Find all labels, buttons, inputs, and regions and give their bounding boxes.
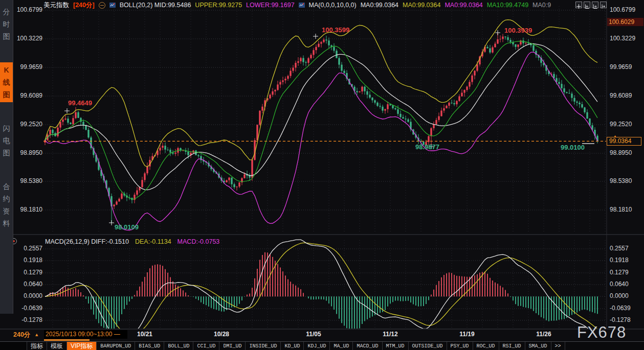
price-axis-right: 100.6799100.322999.965999.608999.252098.… (610, 0, 643, 337)
macd-label-left-0: 0.2557 (14, 245, 42, 252)
price-label-right-1: 100.3229 (610, 35, 635, 42)
toolbar-spacer (0, 342, 27, 350)
indicator-chart-icon[interactable] (109, 2, 116, 8)
toolbar-item-macd_ud[interactable]: MACD_UD (353, 342, 382, 350)
high-price-badge: 100.6029 (607, 18, 643, 26)
toolbar-item-outside_ud[interactable]: OUTSIDE_UD (409, 342, 447, 350)
price-label-right-7: 98.1810 (610, 206, 632, 213)
price-label-left-3: 99.6089 (14, 92, 42, 99)
price-annotation-0: 99.4649 (68, 99, 92, 107)
macd-dea-value: DEA:-0.1134 (135, 238, 171, 245)
macd-label-right-3: 0.0640 (610, 281, 629, 288)
toolbar-item-dmi_ud[interactable]: DMI_UD (219, 342, 246, 350)
current-price-badge: 99.0364 (607, 137, 641, 146)
price-label-right-0: 100.6799 (610, 6, 635, 13)
toolbar-item-[interactable]: 指标 (27, 342, 47, 350)
macd-diff-value: MACD(26,12,9) DIFF:-0.1510 (45, 238, 129, 245)
boll-lower-value: LOWER:99.1697 (246, 2, 295, 9)
toolbar-item-vip[interactable]: VIP指标 (67, 342, 97, 350)
sidebar-item-1[interactable]: K线图 (0, 62, 13, 102)
x-tick-3: 11/12 (375, 331, 406, 338)
zoom-out-icon[interactable] (99, 2, 105, 9)
toolbar-item-kdj_ud[interactable]: KDJ_UD (304, 342, 330, 350)
boll-upper-value: UPPER:99.9275 (195, 2, 242, 9)
macd-label-left-4: 0.0000 (14, 292, 42, 299)
x-tick-0: 10/21 (129, 331, 160, 338)
ma0-value-magenta: MA0:99.0364 (445, 2, 482, 9)
period-footer-label[interactable]: 240分 (13, 331, 30, 339)
ma-params-label: MA(0,0,0,10,0,0) (309, 2, 357, 9)
price-label-left-7: 98.1810 (14, 206, 42, 213)
price-label-left-5: 98.8950 (14, 149, 42, 156)
macd-label-left-1: 0.1918 (14, 256, 42, 264)
price-annotation-3: 98.9877 (415, 143, 439, 151)
toolbar-item-inside_ud[interactable]: INSIDE_UD (246, 342, 281, 350)
price-label-right-3: 99.6089 (610, 92, 632, 99)
macd-label-right-5: -0.0639 (610, 305, 631, 312)
macd-header: MACD(26,12,9) DIFF:-0.1510 DEA:-0.1134 M… (45, 238, 219, 245)
toolbar-item-roc_ud[interactable]: ROC_UD (473, 342, 499, 350)
ma10-value: MA10:99.4749 (487, 2, 528, 9)
toolbar-item-sma_ud[interactable]: SMA_UD (525, 342, 551, 350)
price-annotation-4: 98.0109 (115, 223, 139, 231)
price-label-right-6: 98.5380 (610, 177, 632, 184)
compress-right-icon[interactable] (592, 2, 598, 8)
compress-left-icon[interactable] (584, 2, 590, 8)
macd-label-right-4: 0.0000 (610, 292, 629, 299)
x-tick-1: 10/28 (206, 331, 237, 338)
scrollbar-thumb[interactable] (44, 339, 90, 341)
price-label-left-2: 99.9659 (14, 63, 42, 71)
macd-label-left-5: -0.0639 (14, 305, 42, 312)
macd-label-right-1: 0.1918 (610, 256, 629, 264)
symbol-title: 美元指数 (43, 1, 69, 9)
price-annotation-1: 100.3599 (322, 26, 349, 34)
sidebar-item-3[interactable]: 合约资料 (0, 179, 13, 231)
macd-label-left-6: -0.1278 (14, 316, 42, 323)
indicator-toolbar: 指标模板VIP指标BARUPDN_UDBIAS_UDBOLL_UDCCI_UDD… (0, 341, 644, 350)
macd-label-left-2: 0.1279 (14, 269, 42, 276)
toolbar-item-barupdn_ud[interactable]: BARUPDN_UD (97, 342, 135, 350)
price-annotation-5: 99.0100 (561, 144, 585, 151)
move-icon[interactable] (575, 2, 582, 8)
macd-value: MACD:-0.0753 (177, 238, 220, 245)
pan-right-icon[interactable] (600, 2, 607, 8)
period-label[interactable]: [240分] (73, 1, 95, 9)
macd-label-right-2: 0.1279 (610, 269, 629, 276)
price-annotation-2: 100.3939 (504, 27, 532, 34)
sidebar-item-2[interactable]: 闪电图 (0, 121, 13, 160)
chart-canvas[interactable] (0, 0, 644, 350)
toolbar-item-[interactable]: 模板 (47, 342, 67, 350)
boll-mid-value: BOLL(20,2) MID:99.5486 (120, 2, 191, 9)
x-axis-row: 240分 ▲ 2025/10/13 09:00~13:00 — 10/2110/… (0, 330, 644, 341)
toolbar-item-kd_ud[interactable]: KD_UD (281, 342, 304, 350)
ma0-value-gray: MA0:9 (532, 2, 551, 9)
ma0-value-white: MA0:99.0364 (361, 2, 398, 9)
indicator-chart-icon[interactable] (299, 2, 305, 8)
price-label-left-0: 100.6799 (14, 6, 42, 13)
toolbar-item-[interactable]: >> (551, 342, 565, 350)
toolbar-item-rsi_ud[interactable]: RSI_UD (499, 342, 525, 350)
watermark: FX678 (577, 323, 626, 342)
price-label-left-6: 98.5380 (14, 177, 42, 184)
sidebar: 分时图K线图闪电图合约资料 (0, 0, 13, 314)
toolbar-item-boll_ud[interactable]: BOLL_UD (164, 342, 193, 350)
macd-label-right-6: -0.1278 (610, 316, 631, 323)
ma0-value-yellow: MA0:99.0364 (403, 2, 440, 9)
toolbar-item-cci_ud[interactable]: CCI_UD (193, 342, 219, 350)
price-label-right-5: 98.8950 (610, 149, 632, 156)
toolbar-item-mtm_ud[interactable]: MTM_UD (383, 342, 409, 350)
price-axis-left: 100.6799100.322999.965999.608999.252098.… (14, 0, 42, 337)
period-up-arrow-icon[interactable]: ▲ (34, 332, 39, 337)
chart-header: 美元指数 [240分] BOLL(20,2) MID:99.5486 UPPER… (43, 1, 573, 9)
price-label-left-4: 99.2520 (14, 121, 42, 128)
price-label-right-2: 99.9659 (610, 63, 632, 71)
chart-tool-icons (575, 2, 607, 8)
toolbar-item-ma_ud[interactable]: MA_UD (330, 342, 353, 350)
macd-label-left-3: 0.0640 (14, 281, 42, 288)
x-tick-5: 11/26 (528, 331, 559, 338)
price-label-left-1: 100.3229 (14, 35, 42, 42)
toolbar-item-psy_ud[interactable]: PSY_UD (447, 342, 473, 350)
sidebar-item-0[interactable]: 分时图 (0, 4, 13, 44)
toolbar-item-bias_ud[interactable]: BIAS_UD (135, 342, 164, 350)
x-tick-2: 11/05 (298, 331, 329, 338)
